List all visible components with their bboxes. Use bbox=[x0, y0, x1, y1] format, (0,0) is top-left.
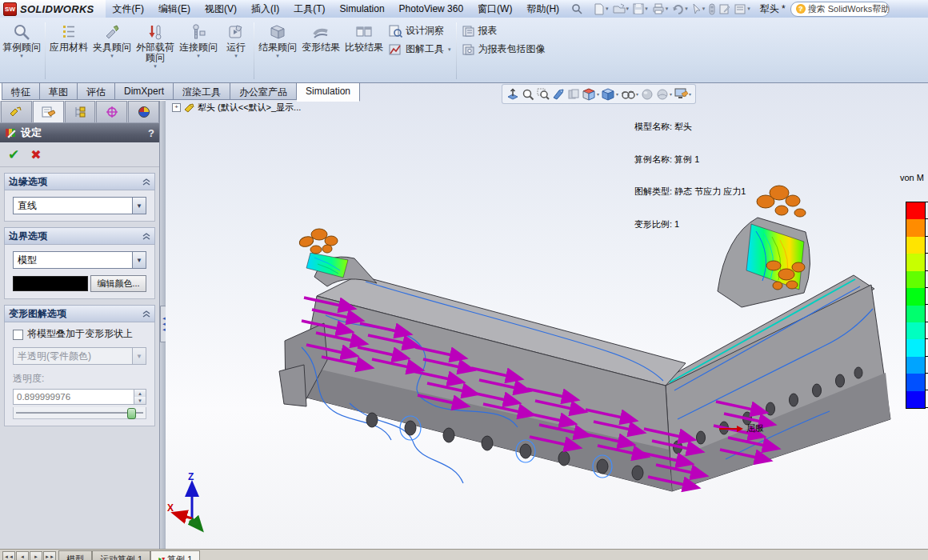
select-cursor-icon[interactable]: ▾ bbox=[690, 2, 707, 16]
tab-dimxpert[interactable]: DimXpert bbox=[115, 82, 174, 100]
fixtures-advisor-button[interactable]: 夹具顾问 ▾ bbox=[90, 19, 134, 82]
solidworks-logo: SW SOLIDWORKS bbox=[0, 0, 106, 18]
motion-study-tab[interactable]: 运动算例 1 bbox=[92, 550, 150, 560]
legend-ticks bbox=[925, 202, 928, 408]
save-icon[interactable]: ▾ bbox=[631, 2, 650, 16]
file-properties-icon[interactable] bbox=[718, 2, 732, 16]
view-orientation-cube-icon[interactable]: ▾ bbox=[582, 88, 599, 101]
ribbon-small-group-1: 设计洞察 图解工具 ▾ bbox=[386, 19, 454, 82]
menu-edit[interactable]: 编辑(E) bbox=[151, 0, 198, 18]
pin-menu-icon[interactable] bbox=[571, 3, 582, 14]
last-tab-button[interactable]: ►► bbox=[43, 551, 56, 560]
model-tab[interactable]: 模型 bbox=[58, 550, 92, 560]
undo-icon[interactable]: ▾ bbox=[670, 2, 690, 16]
ok-button[interactable]: ✔ bbox=[8, 146, 19, 163]
tab-office-products[interactable]: 办公室产品 bbox=[230, 82, 297, 100]
menu-window[interactable]: 窗口(W) bbox=[470, 0, 519, 18]
design-insight-icon bbox=[389, 25, 402, 38]
search-box[interactable]: ? 搜索 SolidWorks帮助 bbox=[790, 2, 890, 17]
feature-manager-tab[interactable] bbox=[1, 101, 32, 122]
zoom-to-fit-icon[interactable] bbox=[522, 88, 534, 101]
prev-tab-button[interactable]: ◄ bbox=[16, 551, 29, 560]
report-icon bbox=[462, 25, 475, 38]
panel-help-button[interactable]: ? bbox=[148, 127, 154, 139]
design-insight-button[interactable]: 设计洞察 bbox=[389, 24, 451, 38]
boundary-options-header[interactable]: 边界选项 bbox=[4, 227, 155, 245]
include-image-icon bbox=[462, 43, 475, 56]
deformed-plot-options-header[interactable]: 变形图解选项 bbox=[4, 305, 155, 322]
hide-show-items-icon[interactable]: ▾ bbox=[621, 89, 638, 100]
panel-title-text: 设定 bbox=[21, 126, 42, 140]
print-icon[interactable]: ▾ bbox=[650, 2, 670, 16]
plot-tools-button[interactable]: 图解工具 ▾ bbox=[389, 42, 451, 56]
previous-view-icon[interactable] bbox=[506, 88, 519, 101]
new-document-icon[interactable]: ▾ bbox=[592, 2, 610, 16]
run-button[interactable]: 运行 ▾ bbox=[220, 19, 252, 82]
tab-evaluate[interactable]: 评估 bbox=[78, 82, 115, 100]
legend-segment bbox=[906, 202, 925, 219]
display-style-icon[interactable]: ▾ bbox=[602, 88, 618, 101]
edit-color-button[interactable]: 编辑颜色... bbox=[90, 275, 146, 292]
menu-photoview[interactable]: PhotoView 360 bbox=[392, 1, 471, 17]
boundary-style-dropdown[interactable]: 模型 ▼ bbox=[13, 251, 146, 269]
legend-segment bbox=[906, 254, 925, 270]
spinner-arrows-icon[interactable]: ▲▼ bbox=[134, 390, 146, 404]
dimxpert-manager-tab[interactable] bbox=[96, 101, 127, 122]
view-orientation-pages-icon[interactable] bbox=[567, 88, 580, 101]
property-manager-tab[interactable] bbox=[33, 101, 64, 122]
view-settings-icon[interactable]: ▾ bbox=[674, 88, 691, 100]
cancel-button[interactable]: ✖ bbox=[30, 147, 41, 162]
open-document-icon[interactable]: ▾ bbox=[611, 2, 631, 16]
tab-features[interactable]: 特征 bbox=[2, 82, 40, 100]
edge-style-dropdown[interactable]: 直线 ▼ bbox=[13, 197, 146, 214]
superimpose-checkbox[interactable] bbox=[13, 330, 23, 340]
study-tab-icon: ▸▾ bbox=[158, 556, 165, 560]
transparency-spinner[interactable]: 0.899999976 ▲▼ bbox=[13, 389, 146, 405]
tab-sketch[interactable]: 草图 bbox=[40, 82, 78, 100]
first-tab-button[interactable]: ◄◄ bbox=[2, 551, 15, 560]
menu-view[interactable]: 视图(V) bbox=[198, 0, 244, 18]
tab-simulation[interactable]: Simulation bbox=[297, 82, 360, 102]
external-loads-advisor-button[interactable]: 外部载荷顾问 ▾ bbox=[134, 19, 177, 82]
simulation-study-tab[interactable]: ▸▾ 算例 1 bbox=[150, 550, 200, 560]
report-button[interactable]: 报表 bbox=[462, 24, 546, 38]
boundary-options-body: 模型 ▼ 编辑颜色... bbox=[4, 245, 155, 299]
legend-segment bbox=[906, 357, 925, 374]
display-manager-tab[interactable] bbox=[128, 101, 159, 122]
search-input[interactable]: 搜索 SolidWorks帮助 bbox=[808, 3, 890, 15]
next-tab-button[interactable]: ► bbox=[30, 551, 42, 560]
transparency-slider[interactable] bbox=[13, 407, 146, 419]
options-icon[interactable]: ▾ bbox=[733, 2, 752, 16]
deformed-result-icon bbox=[312, 22, 330, 42]
results-advisor-button[interactable]: 结果顾问 ▾ bbox=[256, 19, 299, 82]
connections-advisor-icon bbox=[190, 22, 207, 42]
graphics-viewport[interactable]: Z X ▾ ▾ ▾ ▾ ▾ + 犁头 (默认<<默认>_显示... 模型名称: … bbox=[166, 83, 928, 549]
configuration-manager-tab[interactable] bbox=[65, 101, 96, 122]
zoom-to-area-icon[interactable] bbox=[537, 88, 550, 101]
rebuild-icon[interactable] bbox=[707, 2, 717, 16]
fixtures-advisor-icon bbox=[103, 22, 121, 42]
menu-simulation[interactable]: Simulation bbox=[333, 1, 392, 17]
study-advisor-icon bbox=[13, 22, 30, 42]
study-advisor-button[interactable]: 算例顾问 ▾ bbox=[0, 19, 43, 82]
deformed-result-button[interactable]: 变形结果 bbox=[299, 19, 342, 82]
menu-insert[interactable]: 插入(I) bbox=[244, 0, 286, 18]
include-image-for-report-button[interactable]: 为报表包括图像 bbox=[462, 42, 546, 56]
yield-arrow-icon bbox=[719, 425, 743, 433]
menu-help[interactable]: 帮助(H) bbox=[519, 0, 566, 18]
apply-scene-icon[interactable]: ▾ bbox=[656, 88, 672, 101]
compare-results-button[interactable]: 比较结果 bbox=[342, 19, 386, 82]
edge-options-header[interactable]: 边缘选项 bbox=[4, 173, 155, 190]
plot-tools-icon bbox=[389, 43, 402, 56]
slider-handle[interactable] bbox=[127, 408, 136, 419]
tree-expand-icon[interactable]: + bbox=[172, 103, 181, 112]
tab-render-tools[interactable]: 渲染工具 bbox=[174, 82, 230, 100]
edit-appearance-icon[interactable] bbox=[641, 88, 654, 101]
section-view-icon[interactable] bbox=[552, 88, 565, 101]
transparency-style-dropdown[interactable]: 半透明(零件颜色) ▼ bbox=[13, 347, 146, 365]
menu-tools[interactable]: 工具(T) bbox=[286, 0, 332, 18]
connections-advisor-button[interactable]: 连接顾问 ▾ bbox=[177, 19, 220, 82]
feature-tree-root[interactable]: + 犁头 (默认<<默认>_显示... bbox=[172, 102, 301, 114]
apply-material-button[interactable]: 应用材料 bbox=[47, 19, 90, 82]
menu-file[interactable]: 文件(F) bbox=[106, 0, 151, 18]
